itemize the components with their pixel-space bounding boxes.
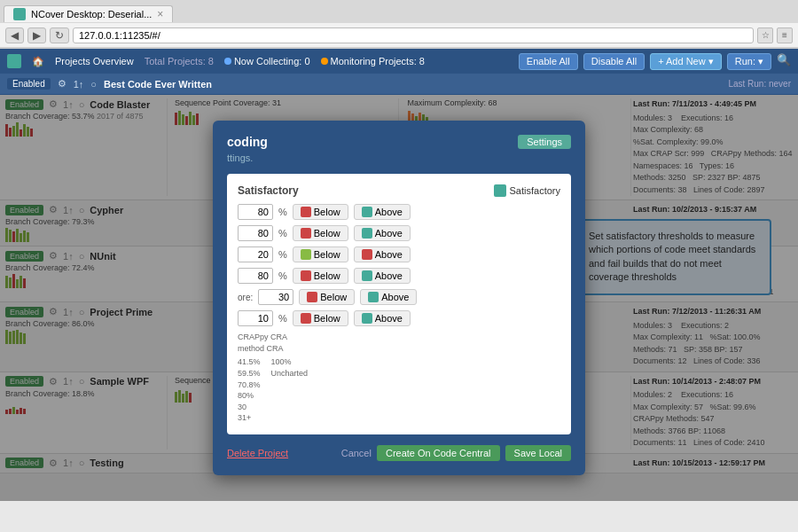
below-button-3[interactable]: Below <box>293 246 348 262</box>
threshold-input-4[interactable] <box>238 268 273 284</box>
now-collecting-label: Now Collecting: 0 <box>224 56 310 66</box>
threshold-input-6[interactable] <box>238 310 273 326</box>
above-color-icon <box>362 249 372 260</box>
above-color-icon <box>362 228 372 239</box>
below-color-icon <box>307 292 317 302</box>
menu-icon[interactable]: ≡ <box>777 27 793 43</box>
refresh-button[interactable]: ↻ <box>50 27 69 43</box>
browser-chrome: NCover Desktop: Deserial... × ◀ ▶ ↻ ☆ ≡ <box>0 0 798 49</box>
disable-all-button[interactable]: Disable All <box>583 53 645 70</box>
enable-all-button[interactable]: Enable All <box>519 53 578 70</box>
nav-bar: ◀ ▶ ↻ ☆ ≡ <box>0 23 798 48</box>
search-icon[interactable]: 🔍 <box>777 53 791 70</box>
below-label: Below <box>314 228 340 239</box>
main-content: Enabled ⚙ 1↑ ○ Code Blaster Branch Cover… <box>0 95 798 501</box>
above-button-6[interactable]: Above <box>354 310 411 326</box>
footer-right: Cancel Create On Code Central Save Local <box>341 445 571 461</box>
tab-title: NCover Desktop: Deserial... <box>31 9 152 20</box>
above-color-icon <box>362 270 372 281</box>
score-label: ore: <box>238 293 253 302</box>
settings-modal: coding ttings. Settings Satisfactory Sat… <box>213 121 585 475</box>
below-color-icon <box>301 207 311 217</box>
delete-project-button[interactable]: Delete Project <box>227 448 288 458</box>
gear-icon[interactable]: ⚙ <box>58 78 66 90</box>
address-bar[interactable] <box>73 27 754 43</box>
home-button[interactable]: 🏠 <box>32 56 44 67</box>
below-label: Below <box>314 207 340 217</box>
modal-title: coding <box>227 135 268 149</box>
footer-left: Delete Project <box>227 448 288 458</box>
crappy-info: CRAPpy CRA method CRA 41.5% 59.5% 70.8% … <box>238 332 560 424</box>
threshold-input-2[interactable] <box>238 225 273 241</box>
threshold-row-5: ore: Below Above <box>238 289 560 305</box>
below-button-1[interactable]: Below <box>293 204 348 220</box>
satisfactory-label: Satisfactory <box>494 184 560 197</box>
pct-sign: % <box>278 228 287 239</box>
threshold-row-4: % Below Above <box>238 268 560 284</box>
satisfactory-text: Satisfactory <box>510 185 560 196</box>
threshold-input-5[interactable] <box>258 289 293 305</box>
modal-overlay: coding ttings. Settings Satisfactory Sat… <box>0 95 798 501</box>
modal-body: Satisfactory Satisfactory % Below <box>227 174 571 434</box>
projects-overview-link[interactable]: Projects Overview <box>55 56 134 66</box>
threshold-title: Satisfactory <box>238 184 299 197</box>
above-color-icon <box>362 207 372 217</box>
threshold-row-2: % Below Above <box>238 225 560 241</box>
nav-icons: ☆ ≡ <box>757 27 793 43</box>
above-label: Above <box>375 228 403 239</box>
create-code-central-button[interactable]: Create On Code Central <box>377 445 500 461</box>
forward-button[interactable]: ▶ <box>27 27 46 43</box>
tab-close-button[interactable]: × <box>157 8 163 20</box>
project-last-run: Last Run: never <box>728 79 791 89</box>
above-button-4[interactable]: Above <box>354 268 411 284</box>
above-label: Above <box>375 249 403 260</box>
modal-right-header: Settings <box>518 135 571 149</box>
above-label: Above <box>381 292 409 302</box>
threshold-row-6: % Below Above <box>238 310 560 326</box>
enabled-badge: Enabled <box>7 78 51 90</box>
below-color-icon <box>301 249 311 260</box>
below-button-2[interactable]: Below <box>293 225 348 241</box>
run-button[interactable]: Run: ▾ <box>727 53 771 70</box>
below-label: Below <box>320 292 347 302</box>
star-icon[interactable]: ☆ <box>757 27 773 43</box>
save-local-button[interactable]: Save Local <box>505 445 571 461</box>
above-button-3[interactable]: Above <box>354 246 411 262</box>
back-button[interactable]: ◀ <box>5 27 24 43</box>
settings-tab-button[interactable]: Settings <box>518 135 571 149</box>
pct-sign: % <box>278 270 287 281</box>
above-label: Above <box>375 313 403 324</box>
app-logo <box>7 54 21 68</box>
toolbar-right: Enable All Disable All + Add New ▾ Run: … <box>519 53 791 70</box>
below-label: Below <box>314 249 340 260</box>
satisfactory-color-box <box>494 184 506 197</box>
circle-icon: ○ <box>90 79 97 90</box>
above-color-icon <box>368 292 379 302</box>
below-button-4[interactable]: Below <box>293 268 348 284</box>
app-toolbar: 🏠 Projects Overview Total Projects: 8 No… <box>0 49 798 74</box>
above-label: Above <box>375 207 403 217</box>
threshold-header: Satisfactory Satisfactory <box>238 184 560 197</box>
below-color-icon <box>301 228 311 239</box>
add-new-button[interactable]: + Add New ▾ <box>650 53 722 70</box>
threshold-row-3: % Below Above <box>238 246 560 262</box>
above-color-icon <box>362 313 372 324</box>
below-button-5[interactable]: Below <box>299 289 355 305</box>
above-button-5[interactable]: Above <box>360 289 417 305</box>
active-tab[interactable]: NCover Desktop: Deserial... × <box>4 5 173 22</box>
project-bar: Enabled ⚙ 1↑ ○ Best Code Ever Written La… <box>0 74 798 95</box>
pct-sign: % <box>278 313 287 324</box>
below-label: Below <box>314 270 340 281</box>
modal-subtitle: ttings. <box>227 153 268 163</box>
above-button-1[interactable]: Above <box>354 204 411 220</box>
coverage-table: 41.5% 59.5% 70.8% 80% 30 31+ 100% Unchar… <box>238 356 560 424</box>
threshold-input-3[interactable] <box>238 246 273 262</box>
tab-icon <box>13 8 26 20</box>
below-button-6[interactable]: Below <box>293 310 348 326</box>
tab-bar: NCover Desktop: Deserial... × <box>0 0 798 23</box>
cancel-button[interactable]: Cancel <box>341 445 372 461</box>
below-color-icon <box>301 270 311 281</box>
threshold-input-1[interactable] <box>238 204 273 220</box>
total-projects-label: Total Projects: 8 <box>145 56 214 66</box>
above-button-2[interactable]: Above <box>354 225 411 241</box>
